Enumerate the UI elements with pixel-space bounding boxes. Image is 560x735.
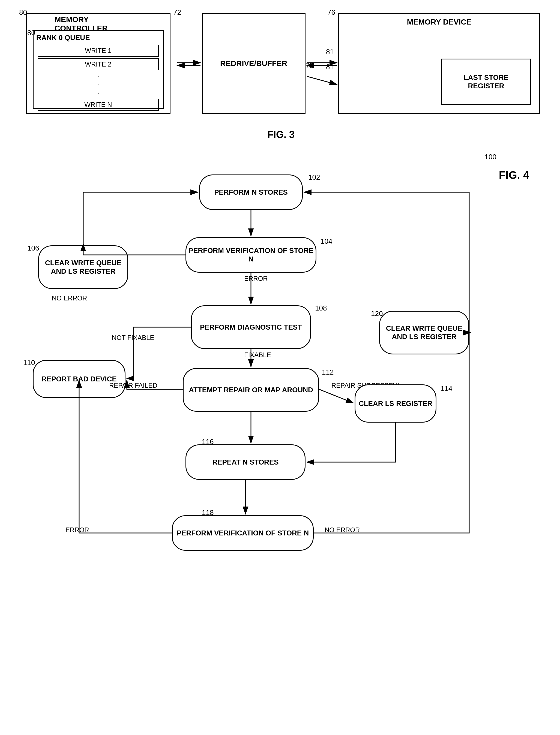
fig4-arrows xyxy=(11,147,551,725)
redrive-buffer-label: REDRIVE/BUFFER xyxy=(220,59,287,68)
ref-78: 78 xyxy=(306,61,313,70)
label-no-error-2: NO ERROR xyxy=(325,526,360,534)
ref-116: 116 xyxy=(202,437,214,446)
label-not-fixable: NOT FIXABLE xyxy=(112,334,154,342)
last-store-register-box: LAST STOREREGISTER xyxy=(441,59,531,105)
node-perform-n-stores: PERFORM N STORES xyxy=(199,175,303,210)
ref-72: 72 xyxy=(173,8,181,17)
label-error-1: ERROR xyxy=(244,275,268,283)
node-clear-write-queue-1: CLEAR WRITE QUEUE AND LS REGISTER xyxy=(38,245,128,289)
node-perform-verification-1: PERFORM VERIFICATION OF STORE N xyxy=(185,237,316,273)
node-clear-write-queue-2: CLEAR WRITE QUEUE AND LS REGISTER xyxy=(379,311,469,355)
ref-102: 102 xyxy=(308,173,320,182)
fig3-diagram: 80 80 72 76 78 81 81 MEMORYCONTROLLER RA… xyxy=(11,8,551,123)
fig4-diagram: FIG. 4 100 PERFORM N STORES 102 PERFORM … xyxy=(11,147,551,725)
fig4-title: FIG. 4 xyxy=(499,169,529,181)
last-store-register-label: LAST STOREREGISTER xyxy=(464,73,508,90)
fig3-title: FIG. 3 xyxy=(11,129,551,140)
ref-108: 108 xyxy=(315,304,327,313)
ref-114: 114 xyxy=(441,384,452,393)
write-item-n: WRITE N xyxy=(38,99,159,111)
write-item-2: WRITE 2 xyxy=(38,58,159,70)
write-item-1: WRITE 1 xyxy=(38,45,159,57)
ref-110: 110 xyxy=(23,359,35,367)
node-perform-diagnostic: PERFORM DIAGNOSTIC TEST xyxy=(191,305,311,349)
rank-queue-box: RANK 0 QUEUE WRITE 1 WRITE 2 ··· WRITE N xyxy=(33,30,164,109)
label-error-2: ERROR xyxy=(65,526,89,534)
svg-line-5 xyxy=(307,76,337,85)
node-repeat-n-stores: REPEAT N STORES xyxy=(185,444,306,480)
node-clear-ls-register: CLEAR LS REGISTER xyxy=(355,384,436,422)
memory-device-box: MEMORY DEVICE LAST STOREREGISTER xyxy=(338,13,540,114)
label-no-error-1: NO ERROR xyxy=(52,295,87,302)
label-fixable: FIXABLE xyxy=(244,351,271,359)
ref-76: 76 xyxy=(327,8,335,17)
svg-line-10 xyxy=(319,389,353,403)
node-attempt-repair: ATTEMPT REPAIR OR MAP AROUND xyxy=(183,368,319,412)
ref-81b: 81 xyxy=(326,63,334,71)
memory-device-label: MEMORY DEVICE xyxy=(339,18,539,26)
label-repair-failed: REPAIR FAILED xyxy=(109,382,157,389)
ref-118: 118 xyxy=(202,508,214,517)
rank-queue-label: RANK 0 QUEUE xyxy=(34,31,163,42)
ref-120: 120 xyxy=(371,310,383,318)
node-report-bad-device: REPORT BAD DEVICE xyxy=(33,360,125,398)
ref-112: 112 xyxy=(322,368,334,376)
ref-104: 104 xyxy=(321,237,332,246)
ref-106: 106 xyxy=(27,244,39,253)
dots: ··· xyxy=(34,70,163,99)
redrive-buffer-box: REDRIVE/BUFFER xyxy=(202,13,306,114)
ref-100: 100 xyxy=(485,153,496,161)
node-perform-verification-2: PERFORM VERIFICATION OF STORE N xyxy=(172,515,314,551)
ref-81a: 81 xyxy=(326,48,334,56)
